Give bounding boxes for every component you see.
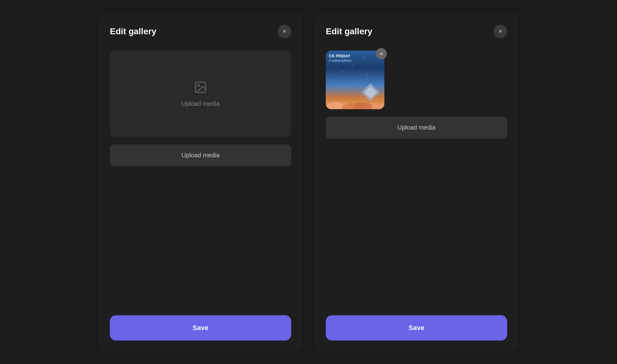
upload-media-button-right[interactable]: Upload media bbox=[326, 117, 507, 139]
image-remove-button[interactable]: × bbox=[376, 48, 387, 59]
modal-right-close-button[interactable]: × bbox=[494, 25, 507, 38]
modal-right-content: CK FRIDAY n subscriptions bbox=[326, 51, 507, 308]
modal-right-header: Edit gallery × bbox=[326, 25, 507, 38]
svg-point-1 bbox=[198, 84, 200, 86]
clouds-shape bbox=[326, 94, 384, 109]
modal-right-footer: Save bbox=[326, 308, 507, 341]
modal-left-content: Upload media Upload media bbox=[110, 51, 291, 308]
upload-area-text: Upload media bbox=[181, 100, 219, 107]
image-line1: CK FRIDAY bbox=[329, 54, 381, 59]
modal-right: Edit gallery × bbox=[315, 12, 518, 352]
modal-left-title: Edit gallery bbox=[110, 27, 156, 36]
upload-area-empty[interactable]: Upload media bbox=[110, 51, 291, 137]
modal-left-header: Edit gallery × bbox=[110, 25, 291, 38]
gallery-images: CK FRIDAY n subscriptions bbox=[326, 51, 507, 109]
modal-right-title: Edit gallery bbox=[326, 27, 372, 36]
gallery-image-wrapper: CK FRIDAY n subscriptions bbox=[326, 51, 384, 109]
modal-left: Edit gallery × Upload media Upload media… bbox=[99, 12, 302, 352]
save-button-left[interactable]: Save bbox=[110, 315, 291, 341]
modal-left-footer: Save bbox=[110, 308, 291, 341]
image-placeholder-icon bbox=[194, 81, 207, 95]
page-container: Edit gallery × Upload media Upload media… bbox=[0, 0, 617, 364]
image-line2: n subscriptions bbox=[329, 59, 381, 63]
save-button-right[interactable]: Save bbox=[326, 315, 507, 341]
modal-left-close-button[interactable]: × bbox=[278, 25, 291, 38]
upload-media-button-left[interactable]: Upload media bbox=[110, 144, 291, 166]
gallery-image: CK FRIDAY n subscriptions bbox=[326, 51, 384, 109]
